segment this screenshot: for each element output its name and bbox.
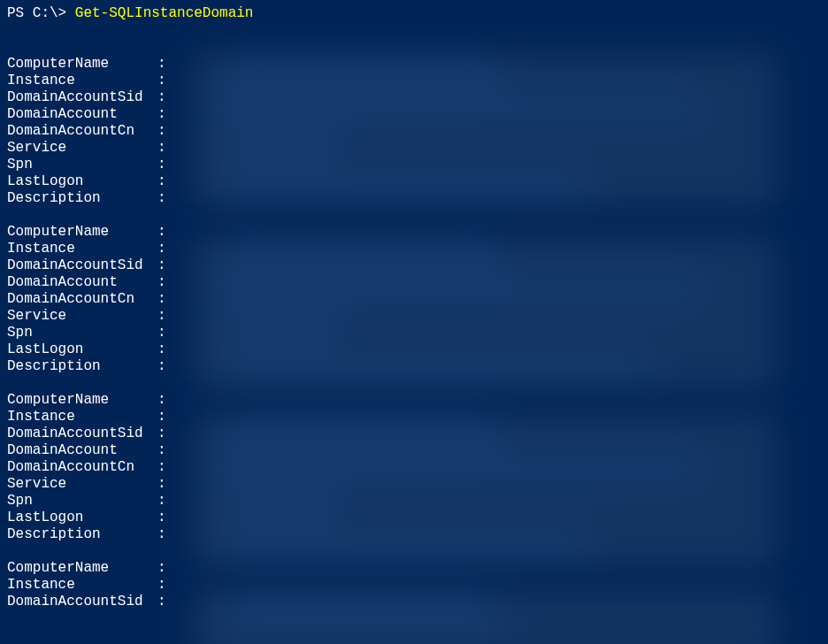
- result-row: LastLogon :: [7, 341, 828, 358]
- result-row: Spn :: [7, 325, 828, 341]
- field-separator: :: [157, 594, 166, 610]
- result-block: ComputerName :Instance :DomainAccountSid…: [7, 560, 828, 610]
- result-row: DomainAccountCn :: [7, 459, 828, 476]
- result-row: DomainAccountSid :: [7, 89, 828, 106]
- result-block: ComputerName :Instance :DomainAccountSid…: [7, 224, 828, 375]
- result-row: Instance :: [7, 241, 828, 257]
- field-name: Instance: [7, 73, 157, 89]
- field-separator: :: [157, 358, 166, 375]
- field-separator: :: [157, 325, 166, 341]
- field-name: Instance: [7, 577, 157, 594]
- result-row: LastLogon :: [7, 173, 828, 190]
- result-row: Spn :: [7, 157, 828, 173]
- field-separator: :: [157, 560, 166, 577]
- result-row: DomainAccountSid :: [7, 257, 828, 274]
- field-separator: :: [157, 308, 166, 325]
- field-name: Description: [7, 358, 157, 375]
- field-separator: :: [157, 341, 166, 358]
- result-row: DomainAccountSid :: [7, 594, 828, 610]
- field-separator: :: [157, 459, 166, 476]
- field-name: DomainAccount: [7, 106, 157, 123]
- result-row: DomainAccountCn :: [7, 291, 828, 308]
- result-row: DomainAccountSid :: [7, 426, 828, 442]
- result-row: ComputerName :: [7, 560, 828, 577]
- field-name: Instance: [7, 409, 157, 426]
- field-separator: :: [157, 426, 166, 442]
- field-separator: :: [157, 224, 166, 241]
- field-separator: :: [157, 56, 166, 73]
- field-separator: :: [157, 291, 166, 308]
- field-name: ComputerName: [7, 224, 157, 241]
- result-row: Service :: [7, 476, 828, 493]
- prompt-text: PS C:\>: [7, 5, 75, 21]
- field-separator: :: [157, 241, 166, 257]
- field-separator: :: [157, 89, 166, 106]
- field-separator: :: [157, 274, 166, 291]
- field-separator: :: [157, 510, 166, 526]
- result-row: ComputerName :: [7, 392, 828, 409]
- field-name: LastLogon: [7, 341, 157, 358]
- field-name: ComputerName: [7, 560, 157, 577]
- field-separator: :: [157, 190, 166, 207]
- field-name: Description: [7, 190, 157, 207]
- results-output: ComputerName :Instance :DomainAccountSid…: [7, 56, 828, 610]
- field-name: DomainAccount: [7, 442, 157, 459]
- field-name: DomainAccountSid: [7, 89, 157, 106]
- result-row: Instance :: [7, 409, 828, 426]
- field-name: DomainAccountCn: [7, 291, 157, 308]
- field-separator: :: [157, 577, 166, 594]
- field-separator: :: [157, 257, 166, 274]
- field-name: Spn: [7, 493, 157, 510]
- result-row: Description :: [7, 526, 828, 543]
- field-name: Description: [7, 526, 157, 543]
- result-row: DomainAccount :: [7, 442, 828, 459]
- field-name: LastLogon: [7, 510, 157, 526]
- field-name: Service: [7, 308, 157, 325]
- field-separator: :: [157, 392, 166, 409]
- field-name: DomainAccountSid: [7, 594, 157, 610]
- field-separator: :: [157, 157, 166, 173]
- result-block: ComputerName :Instance :DomainAccountSid…: [7, 392, 828, 543]
- result-row: Service :: [7, 140, 828, 157]
- result-row: Description :: [7, 358, 828, 375]
- field-name: DomainAccountSid: [7, 257, 157, 274]
- field-name: Instance: [7, 241, 157, 257]
- result-block: ComputerName :Instance :DomainAccountSid…: [7, 56, 828, 207]
- field-name: Service: [7, 140, 157, 157]
- field-name: DomainAccount: [7, 274, 157, 291]
- field-name: Service: [7, 476, 157, 493]
- result-row: Instance :: [7, 577, 828, 594]
- result-row: Description :: [7, 190, 828, 207]
- result-row: DomainAccount :: [7, 274, 828, 291]
- field-name: DomainAccountSid: [7, 426, 157, 442]
- field-separator: :: [157, 73, 166, 89]
- field-separator: :: [157, 493, 166, 510]
- result-row: LastLogon :: [7, 510, 828, 526]
- result-row: Spn :: [7, 493, 828, 510]
- field-separator: :: [157, 409, 166, 426]
- field-name: LastLogon: [7, 173, 157, 190]
- field-name: Spn: [7, 325, 157, 341]
- result-row: ComputerName :: [7, 224, 828, 241]
- field-separator: :: [157, 442, 166, 459]
- result-row: Service :: [7, 308, 828, 325]
- result-row: ComputerName :: [7, 56, 828, 73]
- field-name: DomainAccountCn: [7, 459, 157, 476]
- result-row: Instance :: [7, 73, 828, 89]
- result-row: DomainAccount :: [7, 106, 828, 123]
- field-name: ComputerName: [7, 392, 157, 409]
- powershell-terminal[interactable]: PS C:\> Get-SQLInstanceDomain ComputerNa…: [0, 0, 828, 610]
- prompt-line: PS C:\> Get-SQLInstanceDomain: [7, 5, 828, 22]
- field-separator: :: [157, 106, 166, 123]
- field-separator: :: [157, 526, 166, 543]
- field-name: DomainAccountCn: [7, 123, 157, 140]
- command-text: Get-SQLInstanceDomain: [75, 5, 254, 21]
- field-separator: :: [157, 123, 166, 140]
- field-separator: :: [157, 173, 166, 190]
- field-name: ComputerName: [7, 56, 157, 73]
- field-name: Spn: [7, 157, 157, 173]
- field-separator: :: [157, 140, 166, 157]
- result-row: DomainAccountCn :: [7, 123, 828, 140]
- field-separator: :: [157, 476, 166, 493]
